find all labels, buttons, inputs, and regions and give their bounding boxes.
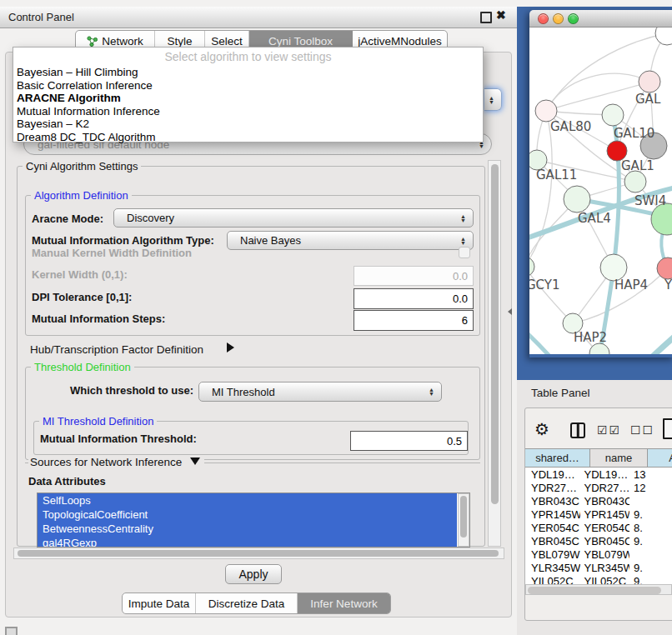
collapse-down-icon[interactable] [190,458,200,465]
mi-type-combobox[interactable]: Naive Bayes ▲▼ [227,231,474,250]
algorithm-option-basic-correlation-inference[interactable]: Basic Correlation Inference [13,79,483,92]
select-all-checkboxes-icon[interactable]: ☑☑ [597,423,621,437]
expand-right-icon[interactable] [227,342,234,352]
network-node-gal10[interactable] [602,104,624,126]
algorithm-option-aracne-algorithm[interactable]: ARACNE Algorithm [13,92,483,105]
network-node-gal[interactable] [639,71,660,92]
stepper-arrows-icon: ▲▼ [489,96,494,104]
table-row[interactable]: YBR043CYBR043C [525,494,672,508]
node-label-gal1: GAL1 [621,158,654,173]
split-pane-grip[interactable] [508,308,512,315]
scrollbar-thumb[interactable] [460,496,467,538]
table-row[interactable]: YIL052CYIL052C9. [525,574,672,584]
table-rows: YDL19…YDL19…13YDR27…YDR27…12YBR043CYBR04… [525,468,672,584]
scrollbar-thumb[interactable] [491,164,499,504]
table-cell: YDL19… [525,468,580,481]
table-cell: 8. [629,522,672,534]
algorithm-option-mutual-information-inference[interactable]: Mutual Information Inference [13,105,483,118]
attribute-item-selfloops[interactable]: SelfLoops [38,493,457,508]
table-header-row: shared…nameA [525,448,672,468]
manual-kernel-checkbox[interactable] [459,247,470,258]
column-header-name[interactable]: name [590,448,648,468]
table-cell: YPR145W [525,508,580,521]
table-row[interactable]: YBR045CYBR045C9. [525,534,672,548]
aracne-mode-combobox[interactable]: Discovery ▲▼ [113,208,474,228]
algorithm-dropdown-popup: Select algorithm to view settings Bayesi… [13,47,484,142]
network-edge[interactable] [529,111,552,267]
settings-vertical-scrollbar[interactable] [488,160,501,547]
network-graph: GALGAL80GAL10GAL11GAL1GAL4SWI4GCY1HAP4YH… [529,28,672,354]
network-edge[interactable] [529,267,573,323]
network-node-gal4[interactable] [564,186,590,212]
network-node[interactable] [655,28,672,45]
table-row[interactable]: YLR345WYLR345W9. [525,561,672,574]
apply-button[interactable]: Apply [225,564,282,584]
column-header-a[interactable]: A [648,448,672,468]
table-row[interactable]: YPR145WYPR145W9. [525,508,672,521]
dropdown-prompt: Select algorithm to view settings [13,48,483,66]
tab-discretize-data[interactable]: Discretize Data [196,593,298,613]
attribute-item-gal4rgexp[interactable]: gal4RGexp [38,536,457,548]
which-threshold-combobox[interactable]: MI Threshold ▲▼ [198,382,442,402]
table-settings-gear-icon[interactable]: ⚙ [534,419,549,439]
tab-label: Style [167,35,192,48]
close-panel-icon[interactable]: ✖ [496,8,506,22]
table-row[interactable]: YDR27…YDR27…12 [525,481,672,494]
table-row[interactable]: YDL19…YDL19…13 [525,468,672,481]
algorithm-combobox-fragment[interactable]: ▲▼ [484,88,502,111]
node-label-gal11: GAL11 [536,168,577,182]
tab-label: jActiveMNodules [358,35,442,48]
algorithm-option-bayesian-hill-climbing[interactable]: Bayesian – Hill Climbing [13,66,483,79]
network-canvas[interactable]: GALGAL80GAL10GAL11GAL1GAL4SWI4GCY1HAP4YH… [529,28,672,354]
kernel-width-field[interactable]: 0.0 [354,266,474,286]
attribute-item-topologicalcoefficient[interactable]: TopologicalCoefficient [38,508,457,522]
document-icon[interactable] [663,418,672,439]
table-cell: YER054C [525,522,580,534]
split-columns-icon[interactable] [570,422,585,438]
dpi-tolerance-field[interactable]: 0.0 [354,288,474,309]
minimize-window-button[interactable] [553,13,564,24]
float-window-icon[interactable] [480,12,492,23]
table-horizontal-scrollbar[interactable] [525,584,672,595]
column-header-shared[interactable]: shared… [525,448,590,468]
table-cell: YBL079W [525,548,580,561]
scrollbar-thumb[interactable] [528,587,661,594]
application-window: Control Panel ✖ NetworkStyleSelectCyni T… [0,0,672,635]
tab-infer-network[interactable]: Infer Network [298,593,390,613]
dropdown-items: Bayesian – Hill ClimbingBasic Correlatio… [13,66,483,143]
attributes-list-scrollbar[interactable] [458,493,469,547]
which-threshold-value: MI Threshold [212,386,275,398]
mi-threshold-field[interactable]: 0.5 [350,431,468,451]
hub-definition-label[interactable]: Hub/Transcription Factor Definition [30,343,203,356]
network-edge-highlighted[interactable] [623,336,672,354]
kernel-width-value: 0.0 [453,270,468,282]
table-row[interactable]: YBL079WYBL079W [525,548,672,561]
stepper-arrows-icon: ▲▼ [460,214,466,222]
tab-impute-data[interactable]: Impute Data [123,593,196,613]
attribute-item-betweennesscentrality[interactable]: BetweennessCentrality [38,522,457,536]
table-cell: YBR045C [525,535,580,548]
network-window-titlebar[interactable] [529,10,672,28]
clear-checkboxes-icon[interactable]: ☐☐ [630,423,654,437]
scrollbar-thumb[interactable] [18,550,499,557]
tab-label: Network [102,35,143,48]
table-cell: YDL19… [580,468,629,481]
close-window-button[interactable] [538,13,549,24]
settings-horizontal-scrollbar[interactable] [13,548,504,559]
table-row[interactable]: YER054CYER054C8. [525,521,672,534]
node-label-swi4: SWI4 [634,193,666,208]
mi-steps-field[interactable]: 6 [354,310,474,331]
network-edge[interactable] [546,82,649,111]
node-label-y: Y [664,278,672,292]
algorithm-option-dream8-dc-tdc-algorithm[interactable]: Dream8 DC_TDC Algorithm [13,131,483,144]
node-label-gal80: GAL80 [550,119,591,134]
network-edge[interactable] [546,73,649,111]
zoom-window-button[interactable] [568,13,579,24]
table-cell: YLR345W [580,562,629,574]
algorithm-option-bayesian-k2[interactable]: Bayesian – K2 [13,118,483,131]
network-node-gcy1[interactable] [529,257,534,277]
data-attributes-list[interactable]: SelfLoopsTopologicalCoefficientBetweenne… [37,492,470,548]
sources-title[interactable]: Sources for Network Inference [28,456,204,468]
network-node-gal1[interactable] [624,171,646,192]
minimized-panel-icon[interactable] [5,627,18,635]
